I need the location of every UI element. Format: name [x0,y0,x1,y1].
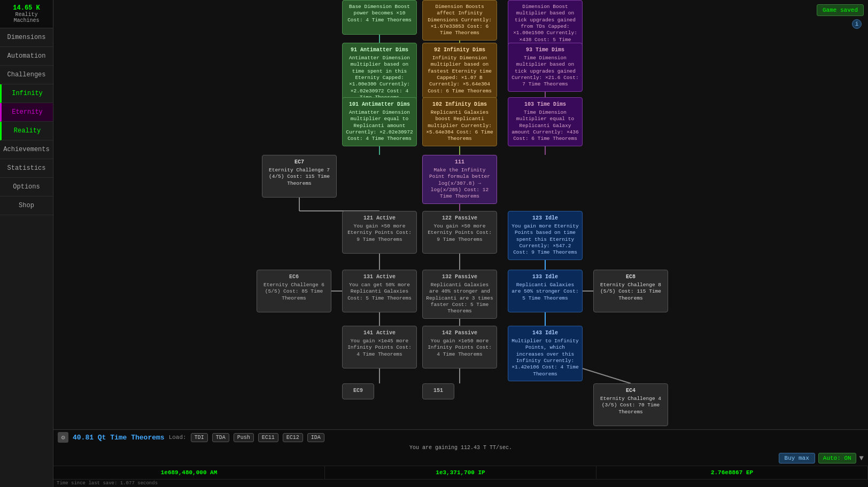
card-text-c132: Replicanti Galaxies are 40% stronger and… [426,282,493,315]
card-title-c122: 122 Passive [426,215,493,222]
card-title-c151: 151 [426,387,451,394]
upgrade-card-c102[interactable]: 102 Infinity DimsReplicanti Galaxies boo… [422,97,497,146]
card-text-top1: Base Dimension Boost power becomes ×10 C… [346,4,413,23]
upgrade-card-ec9[interactable]: EC9 [342,383,374,399]
card-title-ec6: EC6 [260,273,328,280]
upgrade-card-c92[interactable]: 92 Infinity DimsInfinity Dimension multi… [422,43,497,98]
card-text-c133: Replicanti Galaxies are 50% stronger Cos… [511,282,579,302]
upgrade-card-c122[interactable]: 122 PassiveYou gain ×50 more Eternity Po… [422,211,497,254]
auto-button[interactable]: Auto: ON [818,453,856,464]
preset-tda[interactable]: TDA [212,433,229,442]
preset-ec11[interactable]: EC11 [258,433,278,442]
upgrade-card-c151[interactable]: 151 [422,383,454,399]
card-text-c131: You can get 50% more Replicanti Galaxies… [346,282,413,302]
upgrade-card-top2[interactable]: Dimension Boosts affect Infinity Dimensi… [422,0,497,41]
sidebar-item-options[interactable]: Options [0,178,53,197]
upgrade-card-c141[interactable]: 141 ActiveYou gain ×1e45 more Infinity P… [342,326,417,368]
card-title-c103: 103 Time Dims [511,101,579,108]
card-text-ec7: Eternity Challenge 7 (4/5) Cost: 115 Tim… [266,167,333,187]
card-title-ec7: EC7 [266,159,333,166]
main-panel: Game saved i [53,0,868,487]
sidebar: 14.65 K RealityMachines Dimensions Autom… [0,0,53,487]
upgrade-card-c133[interactable]: 133 IdleReplicanti Galaxies are 50% stro… [508,270,583,312]
upgrade-card-ec4[interactable]: EC4Eternity Challenge 4 (3/5) Cost: 70 T… [593,383,668,426]
card-title-c91: 91 Antimatter Dims [346,46,413,53]
settings-icon[interactable]: ⚙ [58,432,68,443]
upgrade-card-c143[interactable]: 143 IdleMultiplier to Infinity Points, w… [508,326,583,381]
upgrade-card-c131[interactable]: 131 ActiveYou can get 50% more Replicant… [342,270,417,312]
sidebar-item-statistics[interactable]: Statistics [0,159,53,178]
upgrade-card-c101[interactable]: 101 Antimatter DimsAntimatter Dimension … [342,97,417,146]
card-title-ec8: EC8 [597,273,664,280]
card-text-c122: You gain ×50 more Eternity Points Cost: … [426,223,493,243]
dropdown-arrow[interactable]: ▼ [859,454,864,462]
svg-line-22 [583,368,631,383]
tree-area: Game saved i [53,0,868,429]
upgrade-card-ec8[interactable]: EC8Eternity Challenge 8 (5/5) Cost: 115 … [593,270,668,312]
card-text-c142: You gain ×1e50 more Infinity Points Cost… [426,338,493,358]
card-title-c132: 132 Passive [426,273,493,280]
ep-value: 2.76e8867 EP [602,469,862,476]
sidebar-item-challenges[interactable]: Challenges [0,66,53,84]
card-text-ec8: Eternity Challenge 8 (5/5) Cost: 115 Tim… [597,282,664,302]
upgrade-card-c132[interactable]: 132 PassiveReplicanti Galaxies are 40% s… [422,270,497,319]
card-text-c92: Infinity Dimension multiplier based on f… [426,55,493,95]
preset-ec12[interactable]: EC12 [283,433,303,442]
sidebar-item-dimensions[interactable]: Dimensions [0,28,53,47]
reality-machines-label: RealityMachines [2,12,51,23]
card-title-ec9: EC9 [346,387,370,394]
card-text-c93: Time Dimension multiplier based on tick … [511,55,579,88]
info-icon[interactable]: i [852,19,862,29]
card-text-c101: Antimatter Dimension multiplier equal to… [346,109,413,143]
upgrade-card-ec6[interactable]: EC6Eternity Challenge 6 (5/5) Cost: 85 T… [257,270,331,312]
upgrade-card-c103[interactable]: 103 Time DimsTime Dimension multiplier e… [508,97,583,146]
sidebar-item-automation[interactable]: Automation [0,47,53,66]
card-text-c143: Multiplier to Infinity Points, which inc… [511,338,579,378]
game-saved-button[interactable]: Game saved [817,4,864,16]
card-title-c133: 133 Idle [511,273,579,280]
preset-ida[interactable]: IDA [307,433,324,442]
preset-tdi[interactable]: TDI [191,433,208,442]
upgrade-card-top1[interactable]: Base Dimension Boost power becomes ×10 C… [342,0,417,35]
upgrade-card-c123[interactable]: 123 IdleYou gain more Eternity Points ba… [508,211,583,260]
upgrade-card-c91[interactable]: 91 Antimatter DimsAntimatter Dimension m… [342,43,417,105]
resource-ip: 1e3,371,700 IP [325,466,596,479]
card-text-c123: You gain more Eternity Points based on t… [511,223,579,256]
sidebar-item-eternity[interactable]: Eternity [0,103,53,122]
preset-push[interactable]: Push [234,433,254,442]
upgrade-card-ec7[interactable]: EC7Eternity Challenge 7 (4/5) Cost: 115 … [262,155,337,198]
resource-ep: 2.76e8867 EP [596,466,868,479]
sidebar-item-shop[interactable]: Shop [0,197,53,215]
card-text-ec4: Eternity Challenge 4 (3/5) Cost: 70 Time… [597,396,664,415]
card-text-c141: You gain ×1e45 more Infinity Points Cost… [346,338,413,358]
sidebar-item-reality[interactable]: Reality [0,122,53,140]
card-title-c143: 143 Idle [511,329,579,336]
upgrade-card-c111[interactable]: 111Make the Infinity Point formula bette… [422,155,497,204]
reality-machines-value: 14.65 K [2,4,51,12]
card-title-c101: 101 Antimatter Dims [346,101,413,108]
status-text: Time since last save: 1.077 seconds [57,481,158,486]
upgrade-card-c121[interactable]: 121 ActiveYou gain ×50 more Eternity Poi… [342,211,417,254]
sidebar-header: 14.65 K RealityMachines [0,0,53,28]
theorem-row: ⚙ 40.81 Qt Time Theorems Load: TDI TDA P… [58,432,864,443]
ip-value: 1e3,371,700 IP [330,469,591,476]
gaining-row: You are gaining 112.43 T TT/sec. [58,445,864,451]
card-text-c91: Antimatter Dimension multiplier based on… [346,55,413,101]
theorem-count: 40.81 Qt Time Theorems [73,434,165,442]
card-title-c142: 142 Passive [426,329,493,336]
sidebar-item-achievements[interactable]: Achievements [0,140,53,159]
card-text-ec6: Eternity Challenge 6 (5/5) Cost: 85 Time… [260,282,328,302]
buy-max-button[interactable]: Buy max [779,453,815,464]
card-title-ec4: EC4 [597,387,664,394]
bottom-bar: ⚙ 40.81 Qt Time Theorems Load: TDI TDA P… [53,429,868,466]
card-title-c123: 123 Idle [511,215,579,222]
load-label: Load: [169,434,187,441]
sidebar-item-infinity[interactable]: Infinity [0,84,53,103]
card-title-c131: 131 Active [346,273,413,280]
upgrade-card-c142[interactable]: 142 PassiveYou gain ×1e50 more Infinity … [422,326,497,368]
card-text-top2: Dimension Boosts affect Infinity Dimensi… [426,4,493,37]
card-title-c111: 111 [426,159,493,166]
upgrade-card-c93[interactable]: 93 Time DimsTime Dimension multiplier ba… [508,43,583,92]
resource-am: 1e689,480,000 AM [53,466,325,479]
resource-bar: 1e689,480,000 AM 1e3,371,700 IP 2.76e886… [53,466,868,479]
